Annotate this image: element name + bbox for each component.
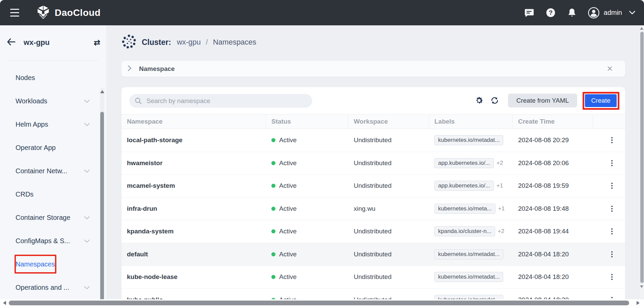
switch-cluster-icon[interactable]: ⇄ bbox=[94, 38, 100, 47]
svg-text:?: ? bbox=[548, 9, 552, 16]
sidebar-item-label: Container Storage bbox=[16, 214, 84, 222]
notifications-icon[interactable] bbox=[567, 8, 577, 18]
status-dot bbox=[271, 161, 275, 165]
refresh-icon[interactable] bbox=[490, 96, 499, 106]
sidebar-item-label: CRDs bbox=[16, 190, 84, 198]
vertical-scrollbar-thumb[interactable] bbox=[640, 32, 644, 283]
daocloud-logo-icon bbox=[36, 5, 50, 21]
status-dot bbox=[271, 229, 275, 233]
breadcrumb-cluster-name[interactable]: wx-gpu bbox=[177, 38, 201, 47]
search-input[interactable]: Search by namespace bbox=[129, 94, 312, 108]
chevron-down-icon bbox=[84, 285, 90, 291]
annotation-box-create bbox=[583, 92, 619, 110]
column-header[interactable]: Workspace bbox=[348, 114, 429, 129]
workspace-text: Undistributed bbox=[354, 251, 392, 258]
table-row[interactable]: default Active Undistributed kubernetes.… bbox=[122, 243, 625, 266]
label-chip[interactable]: kubernetes.io/meta... bbox=[434, 204, 495, 214]
back-arrow-icon[interactable] bbox=[7, 38, 16, 47]
namespace-card: Search by namespace Create from YAML Cre… bbox=[122, 87, 625, 307]
main-content: Cluster: wx-gpu / Namespaces Namespace ✕… bbox=[106, 25, 644, 307]
user-avatar[interactable] bbox=[588, 7, 599, 19]
column-header[interactable]: Create Time bbox=[513, 114, 593, 129]
namespace-name[interactable]: default bbox=[127, 251, 148, 258]
table-row[interactable]: infra-drun Active xing.wu kubernetes.io/… bbox=[122, 198, 625, 221]
row-actions-kebab-icon[interactable] bbox=[611, 274, 613, 280]
row-actions-kebab-icon[interactable] bbox=[611, 206, 613, 212]
column-header[interactable]: Labels bbox=[429, 114, 513, 129]
sidebar-item-label: Nodes bbox=[16, 74, 84, 82]
row-actions-kebab-icon[interactable] bbox=[611, 251, 613, 257]
chevron-down-icon bbox=[84, 122, 90, 128]
brand-name: DaoCloud bbox=[55, 7, 101, 18]
create-time: 2024-08-08 19:59 bbox=[518, 182, 569, 189]
label-chip[interactable]: kubernetes.io/metadat... bbox=[434, 135, 503, 145]
status-dot bbox=[271, 138, 275, 142]
namespace-name[interactable]: hwameistor bbox=[127, 159, 163, 167]
workspace-text: Undistributed bbox=[354, 228, 392, 235]
scroll-down-icon[interactable] bbox=[640, 285, 643, 288]
column-header[interactable]: Namespace bbox=[122, 114, 266, 129]
table-row[interactable]: kpanda-system Active Undistributed kpand… bbox=[122, 220, 625, 243]
row-actions-kebab-icon[interactable] bbox=[611, 137, 613, 143]
settings-gear-icon[interactable] bbox=[475, 96, 484, 106]
chevron-down-icon bbox=[84, 168, 90, 174]
column-header[interactable] bbox=[593, 114, 625, 129]
sidebar-item-label: Operations and ... bbox=[16, 284, 84, 291]
expand-chevron-icon[interactable] bbox=[128, 65, 132, 73]
sidebar-item-helm-apps[interactable]: Helm Apps bbox=[0, 113, 98, 136]
workspace-text: Undistributed bbox=[354, 136, 392, 144]
sidebar-scroll-up-icon[interactable] bbox=[100, 90, 104, 93]
row-actions-kebab-icon[interactable] bbox=[611, 160, 613, 166]
search-icon bbox=[135, 97, 142, 104]
breadcrumb-cluster-label: Cluster: bbox=[142, 38, 171, 47]
label-chip[interactable]: kubernetes.io/metadat... bbox=[434, 272, 503, 282]
hamburger-menu-icon[interactable] bbox=[10, 9, 19, 17]
status-text: Active bbox=[279, 182, 297, 189]
horizontal-scrollbar-thumb[interactable] bbox=[9, 301, 629, 305]
label-chip[interactable]: kubernetes.io/metadat... bbox=[434, 249, 503, 259]
namespace-name[interactable]: kube-node-lease bbox=[127, 273, 178, 281]
create-time: 2024-08-08 20:29 bbox=[518, 136, 569, 144]
table-row[interactable]: hwameistor Active Undistributed app.kube… bbox=[122, 152, 625, 175]
scroll-left-icon[interactable] bbox=[3, 301, 6, 305]
sidebar-item-configmaps-s[interactable]: ConfigMaps & S... bbox=[0, 229, 98, 253]
messages-icon[interactable] bbox=[524, 8, 534, 18]
table-row[interactable]: kube-node-lease Active Undistributed kub… bbox=[122, 266, 625, 289]
help-icon[interactable]: ? bbox=[545, 7, 556, 18]
scroll-right-icon[interactable] bbox=[637, 301, 640, 305]
sidebar-item-nodes[interactable]: Nodes bbox=[0, 66, 98, 89]
close-icon[interactable]: ✕ bbox=[607, 65, 613, 73]
table-row[interactable]: mcamel-system Active Undistributed app.k… bbox=[122, 175, 625, 198]
namespace-collapse-bar[interactable]: Namespace ✕ bbox=[122, 61, 625, 77]
sidebar-item-container-netw[interactable]: Container Netw... bbox=[0, 159, 98, 183]
create-time: 2024-08-04 18:20 bbox=[518, 251, 569, 258]
status-text: Active bbox=[279, 159, 297, 167]
sidebar-scrollbar-thumb[interactable] bbox=[100, 112, 104, 307]
username: admin bbox=[604, 9, 622, 17]
column-header[interactable]: Status bbox=[266, 114, 348, 129]
namespace-name[interactable]: local-path-storage bbox=[127, 136, 183, 144]
label-chip[interactable]: kpanda.io/cluster-n... bbox=[434, 226, 495, 236]
workspace-text: Undistributed bbox=[354, 159, 392, 167]
sidebar-item-operator-app[interactable]: Operator App bbox=[0, 136, 98, 159]
scroll-up-icon[interactable] bbox=[640, 27, 643, 30]
chevron-down-icon bbox=[84, 215, 90, 221]
sidebar-item-workloads[interactable]: Workloads bbox=[0, 89, 98, 113]
row-actions-kebab-icon[interactable] bbox=[611, 183, 613, 189]
create-time: 2024-08-08 20:06 bbox=[518, 159, 569, 167]
sidebar-item-crds[interactable]: CRDs bbox=[0, 183, 98, 206]
namespace-name[interactable]: infra-drun bbox=[127, 205, 157, 212]
workspace-text: xing.wu bbox=[354, 205, 375, 212]
create-from-yaml-button[interactable]: Create from YAML bbox=[508, 94, 577, 107]
brand-logo[interactable]: DaoCloud bbox=[36, 5, 101, 21]
sidebar-item-operations-and[interactable]: Operations and ... bbox=[0, 276, 98, 299]
sidebar-item-container-storage[interactable]: Container Storage bbox=[0, 206, 98, 229]
user-menu-chevron-icon[interactable] bbox=[629, 10, 635, 16]
table-row[interactable]: local-path-storage Active Undistributed … bbox=[122, 129, 625, 152]
sidebar-item-label: ConfigMaps & S... bbox=[16, 237, 84, 245]
row-actions-kebab-icon[interactable] bbox=[611, 228, 613, 234]
label-chip[interactable]: app.kubernetes.io/... bbox=[434, 158, 494, 168]
namespace-name[interactable]: mcamel-system bbox=[127, 182, 175, 189]
namespace-name[interactable]: kpanda-system bbox=[127, 228, 173, 235]
label-chip[interactable]: app.kubernetes.io/... bbox=[434, 181, 494, 191]
